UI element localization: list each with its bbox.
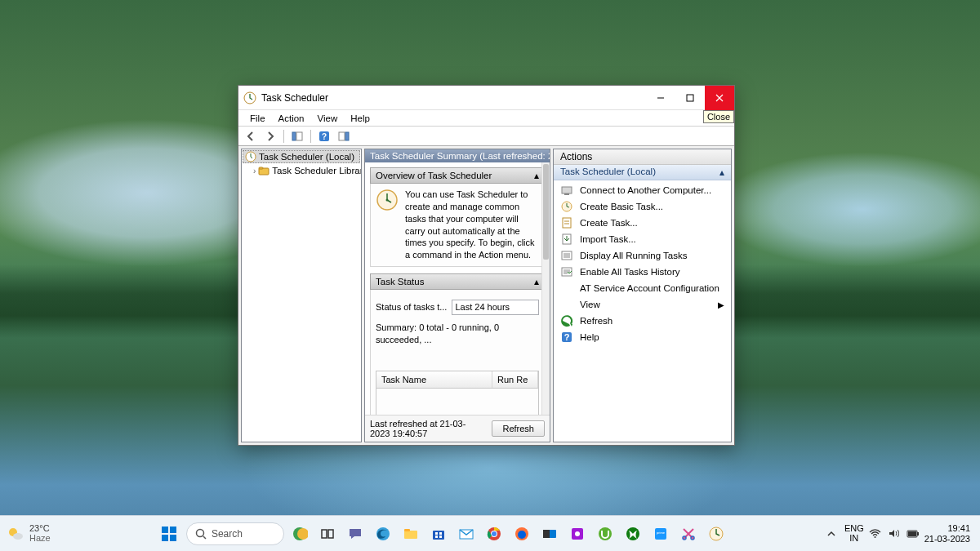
action-icon xyxy=(560,200,573,213)
prime-video-icon[interactable]: prime xyxy=(648,522,673,546)
lang-line2: IN xyxy=(844,534,864,544)
action-connect-to-another-computer[interactable]: Connect to Another Computer... xyxy=(554,182,731,198)
search-icon xyxy=(195,528,207,540)
library-icon xyxy=(258,165,270,176)
overview-header[interactable]: Overview of Task Scheduler ▴ xyxy=(370,167,545,184)
svg-rect-36 xyxy=(433,531,444,540)
col-run-result[interactable]: Run Re xyxy=(492,371,538,389)
back-button[interactable] xyxy=(242,128,260,144)
action-label: Display All Running Tasks xyxy=(580,251,687,260)
menu-help[interactable]: Help xyxy=(344,112,376,125)
collapse-icon: ▴ xyxy=(719,167,724,178)
tray-chevron-icon[interactable] xyxy=(823,522,840,546)
last-refreshed-text: Last refreshed at 21-03-2023 19:40:57 xyxy=(370,419,485,438)
weather-cond: Haze xyxy=(29,534,51,544)
taskbar-widgets-icon[interactable] xyxy=(287,522,312,546)
action-label: Create Basic Task... xyxy=(580,202,663,211)
refresh-button[interactable]: Refresh xyxy=(492,420,545,437)
svg-rect-16 xyxy=(563,218,571,228)
menu-action[interactable]: Action xyxy=(272,112,311,125)
overview-title: Overview of Task Scheduler xyxy=(376,171,492,180)
svg-rect-60 xyxy=(917,532,919,535)
svg-point-58 xyxy=(874,536,875,538)
status-period-value: Last 24 hours xyxy=(455,302,510,312)
store-icon[interactable] xyxy=(426,522,451,546)
action-label: Create Task... xyxy=(580,218,638,228)
action-enable-all-tasks-history[interactable]: Enable All Tasks History xyxy=(554,264,731,280)
task-status-title: Task Status xyxy=(376,277,424,287)
language-indicator[interactable]: ENG IN xyxy=(844,524,864,543)
action-label: Refresh xyxy=(580,316,612,326)
action-label: View xyxy=(580,300,600,309)
svg-rect-32 xyxy=(328,530,333,538)
search-placeholder: Search xyxy=(212,528,243,540)
task-grid[interactable]: Task Name Run Re xyxy=(376,371,539,415)
utorrent-icon[interactable] xyxy=(593,522,617,546)
action-icon xyxy=(560,184,573,197)
summary-scroll-area[interactable]: Overview of Task Scheduler ▴ You can use… xyxy=(365,162,550,415)
edge-icon[interactable] xyxy=(371,522,395,546)
chat-icon[interactable] xyxy=(343,522,368,546)
svg-rect-6 xyxy=(339,132,345,140)
show-hide-action-button[interactable] xyxy=(335,128,353,144)
tray-status-icons[interactable] xyxy=(869,527,920,540)
svg-rect-38 xyxy=(439,532,442,535)
action-at-service-account-configuration[interactable]: AT Service Account Configuration xyxy=(554,280,731,296)
maximize-button[interactable] xyxy=(675,86,705,110)
help-button[interactable]: ? xyxy=(315,128,333,144)
svg-rect-61 xyxy=(908,531,916,536)
task-status-body: Status of tasks t... Last 24 hours Summa… xyxy=(370,290,545,415)
search-box[interactable]: Search xyxy=(186,522,284,545)
task-view-icon[interactable] xyxy=(315,522,340,546)
menu-view[interactable]: View xyxy=(311,112,345,125)
start-button[interactable] xyxy=(158,523,180,544)
toolbar-separator xyxy=(283,130,284,143)
xbox-icon[interactable] xyxy=(621,522,645,546)
status-label: Status of tasks t... xyxy=(376,301,447,313)
actions-title: Actions xyxy=(554,149,731,165)
action-help[interactable]: ?Help xyxy=(554,329,731,345)
battery-icon xyxy=(906,529,920,539)
action-view[interactable]: View▶ xyxy=(554,296,731,313)
svg-rect-39 xyxy=(435,535,438,538)
tree-library-label: Task Scheduler Library xyxy=(272,166,362,176)
firefox-icon[interactable] xyxy=(510,522,534,546)
clock[interactable]: 19:41 21-03-2023 xyxy=(924,523,973,543)
weather-icon xyxy=(7,525,24,543)
chevron-right-icon[interactable]: › xyxy=(253,167,256,176)
weather-widget[interactable]: 23°C Haze xyxy=(7,524,64,543)
show-hide-tree-button[interactable] xyxy=(288,128,306,144)
titlebar[interactable]: Task Scheduler xyxy=(238,86,734,110)
minimize-button[interactable] xyxy=(646,86,675,110)
scrollbar-thumb[interactable] xyxy=(543,164,549,260)
action-refresh[interactable]: Refresh xyxy=(554,313,731,329)
task-scheduler-taskbar-icon[interactable] xyxy=(704,522,728,546)
tree-root-label: Task Scheduler (Local) xyxy=(259,152,354,162)
scrollbar[interactable] xyxy=(541,162,550,415)
menu-file[interactable]: File xyxy=(243,112,272,125)
collapse-icon: ▴ xyxy=(534,170,539,181)
svg-rect-37 xyxy=(435,532,438,535)
tree-root[interactable]: Task Scheduler (Local) xyxy=(243,150,360,163)
action-icon xyxy=(560,249,573,262)
svg-rect-25 xyxy=(170,527,176,533)
settings-tile-icon[interactable] xyxy=(537,522,562,546)
explorer-icon[interactable] xyxy=(399,522,423,546)
task-status-header[interactable]: Task Status ▴ xyxy=(370,273,545,290)
actions-context[interactable]: Task Scheduler (Local) ▴ xyxy=(554,165,731,180)
action-import-task[interactable]: Import Task... xyxy=(554,231,731,247)
snipping-tool-icon[interactable] xyxy=(676,522,701,546)
status-period-select[interactable]: Last 24 hours xyxy=(452,300,539,315)
purple-app-icon[interactable] xyxy=(565,522,590,546)
close-button[interactable] xyxy=(705,86,734,110)
chrome-icon[interactable] xyxy=(482,522,506,546)
tree-library[interactable]: › Task Scheduler Library xyxy=(242,164,361,177)
action-create-task[interactable]: Create Task... xyxy=(554,215,731,231)
action-display-all-running-tasks[interactable]: Display All Running Tasks xyxy=(554,247,731,264)
action-create-basic-task[interactable]: Create Basic Task... xyxy=(554,198,731,215)
mail-icon[interactable] xyxy=(454,522,479,546)
console-tree[interactable]: Task Scheduler (Local) › Task Scheduler … xyxy=(241,149,362,442)
svg-rect-2 xyxy=(292,132,296,140)
forward-button[interactable] xyxy=(261,128,279,144)
col-task-name[interactable]: Task Name xyxy=(376,371,492,389)
